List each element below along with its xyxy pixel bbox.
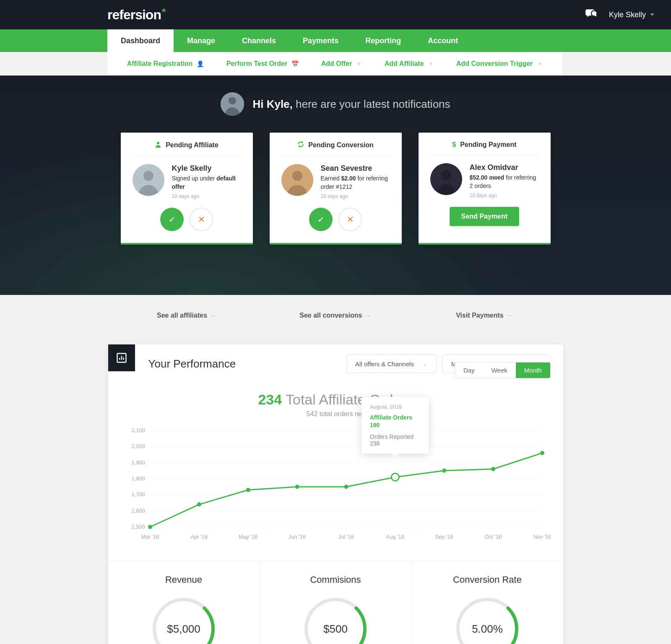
svg-point-8 bbox=[441, 170, 451, 180]
chat-icon[interactable] bbox=[585, 9, 596, 21]
chart-svg: 1,5001,6001,7001,8001,9002,0002,100Mar '… bbox=[121, 426, 551, 544]
subnav-affiliate-registration[interactable]: Affiliate Registration👤 bbox=[127, 60, 204, 68]
svg-point-4 bbox=[143, 171, 153, 181]
caret-down-icon bbox=[650, 13, 654, 16]
chevron-down-icon: ⌄ bbox=[422, 360, 428, 368]
svg-text:2,100: 2,100 bbox=[131, 427, 145, 433]
subnav-label: Affiliate Registration bbox=[127, 60, 192, 68]
approve-button[interactable]: ✓ bbox=[309, 208, 333, 231]
nav-tab-reporting[interactable]: Reporting bbox=[352, 29, 414, 52]
chart-area: DayWeekMonth 234 Total Affiliate Orders … bbox=[108, 383, 563, 561]
chart-total-number: 234 bbox=[258, 391, 282, 407]
period-month[interactable]: Month bbox=[516, 362, 550, 378]
card-header: Pending Conversion bbox=[281, 141, 390, 156]
user-icon bbox=[155, 141, 161, 149]
reject-button[interactable]: ✕ bbox=[190, 208, 213, 231]
metric-conversion-rate: Conversion Rate5.00% bbox=[412, 561, 563, 644]
svg-text:Nov '16: Nov '16 bbox=[533, 534, 551, 540]
card-time: 10 days ago bbox=[172, 193, 241, 199]
svg-text:2,000: 2,000 bbox=[131, 443, 145, 450]
hero-section: Hi Kyle, here are your latest notificati… bbox=[0, 76, 671, 295]
metric-title: Revenue bbox=[108, 574, 260, 585]
avatar bbox=[281, 164, 313, 196]
subnav-label: Add Affiliate bbox=[385, 60, 424, 68]
metric-value: 5.00% bbox=[454, 595, 521, 644]
subnav-perform-test-order[interactable]: Perform Test Order📅 bbox=[226, 60, 299, 68]
chart-tooltip: August, 2016 Affiliate Orders 190 Orders… bbox=[362, 397, 429, 454]
arrow-right-icon: → bbox=[506, 312, 513, 319]
card-title: Pending Payment bbox=[460, 141, 516, 149]
logo-star-icon: * bbox=[162, 7, 165, 17]
metric-ring: $500 bbox=[302, 595, 369, 644]
main-nav: DashboardManageChannelsPaymentsReporting… bbox=[0, 29, 671, 52]
card-description: $52.00 owed for referring 2 orders bbox=[470, 174, 539, 190]
arrow-right-icon: → bbox=[210, 312, 216, 319]
logo: refersion * bbox=[107, 7, 165, 23]
metric-ring: $5,000 bbox=[150, 595, 217, 644]
card-name: Sean Sevestre bbox=[321, 164, 390, 173]
svg-point-1 bbox=[229, 97, 236, 104]
svg-point-2 bbox=[157, 142, 159, 144]
card-time: 10 days ago bbox=[321, 193, 390, 199]
subnav-add-affiliate[interactable]: Add Affiliate＋ bbox=[385, 60, 434, 68]
period-day[interactable]: Day bbox=[455, 362, 483, 378]
metric-title: Conversion Rate bbox=[412, 574, 563, 585]
svg-point-38 bbox=[246, 488, 250, 492]
chart-title: 234 Total Affiliate Orders bbox=[121, 391, 551, 408]
approve-button[interactable]: ✓ bbox=[160, 208, 184, 231]
subnav-add-offer[interactable]: Add Offer＋ bbox=[321, 60, 362, 68]
tooltip-main-label: Affiliate Orders bbox=[370, 414, 420, 421]
metric-title: Commisions bbox=[260, 574, 411, 585]
greeting: Hi Kyle, here are your latest notificati… bbox=[0, 92, 671, 116]
period-toggle: DayWeekMonth bbox=[455, 362, 550, 378]
svg-text:May '16: May '16 bbox=[239, 534, 257, 540]
svg-text:Aug '16: Aug '16 bbox=[386, 534, 404, 540]
send-payment-button[interactable]: Send Payment bbox=[450, 207, 519, 226]
user-icon: 👤 bbox=[197, 60, 204, 67]
svg-text:Jun '16: Jun '16 bbox=[288, 534, 306, 540]
greeting-name: Hi Kyle, bbox=[252, 98, 292, 110]
nav-tab-dashboard[interactable]: Dashboard bbox=[107, 29, 174, 52]
notification-card: Pending AffiliateKyle SkellySigned up un… bbox=[121, 133, 253, 245]
card-title: Pending Conversion bbox=[308, 141, 374, 149]
metric-revenue: Revenue$5,000 bbox=[108, 561, 260, 644]
reject-button[interactable]: ✕ bbox=[338, 208, 362, 231]
nav-tab-channels[interactable]: Channels bbox=[229, 29, 289, 52]
svg-text:1,900: 1,900 bbox=[131, 459, 145, 466]
tooltip-sec-value: 238 bbox=[370, 440, 420, 447]
notification-card: $Pending PaymentAlex Omidvar$52.00 owed … bbox=[419, 133, 551, 245]
plus-icon: ＋ bbox=[428, 60, 434, 68]
nav-tab-account[interactable]: Account bbox=[414, 29, 471, 52]
svg-text:Oct '16: Oct '16 bbox=[484, 534, 502, 540]
card-description: Earned $2.00 for referring order #1212 bbox=[321, 175, 390, 191]
svg-text:Jul '16: Jul '16 bbox=[338, 534, 354, 540]
logo-text: refersion bbox=[107, 7, 161, 23]
card-header: $Pending Payment bbox=[430, 141, 539, 155]
svg-point-43 bbox=[491, 467, 495, 471]
card-name: Kyle Skelly bbox=[172, 164, 241, 173]
plus-icon: ＋ bbox=[356, 60, 362, 68]
filter-offers[interactable]: All offers & Channels ⌄ bbox=[346, 355, 437, 373]
avatar bbox=[430, 163, 462, 195]
svg-text:Sep '16: Sep '16 bbox=[435, 534, 453, 540]
performance-panel: Your Performance All offers & Channels ⌄… bbox=[108, 344, 563, 644]
user-menu[interactable]: Kyle Skelly bbox=[609, 10, 654, 19]
nav-tab-payments[interactable]: Payments bbox=[289, 29, 352, 52]
plus-icon: ＋ bbox=[537, 60, 543, 68]
svg-point-41 bbox=[391, 473, 399, 481]
period-week[interactable]: Week bbox=[483, 362, 516, 378]
svg-point-39 bbox=[295, 485, 299, 489]
filter-offers-label: All offers & Channels bbox=[355, 360, 414, 368]
notification-card: Pending ConversionSean SevestreEarned $2… bbox=[270, 133, 402, 245]
tooltip-main-value: 190 bbox=[370, 422, 420, 428]
avatar bbox=[133, 164, 164, 196]
subnav-add-conversion-trigger[interactable]: Add Conversion Trigger＋ bbox=[456, 60, 543, 68]
card-header: Pending Affiliate bbox=[133, 141, 241, 156]
subnav-label: Perform Test Order bbox=[226, 60, 288, 68]
svg-point-36 bbox=[148, 525, 152, 529]
chart-subtitle: 542 total orders rep bbox=[121, 410, 551, 418]
metric-ring: 5.00% bbox=[454, 595, 521, 644]
greeting-rest: here are your latest notifications bbox=[296, 98, 450, 110]
metric-value: $500 bbox=[302, 595, 369, 644]
nav-tab-manage[interactable]: Manage bbox=[174, 29, 229, 52]
